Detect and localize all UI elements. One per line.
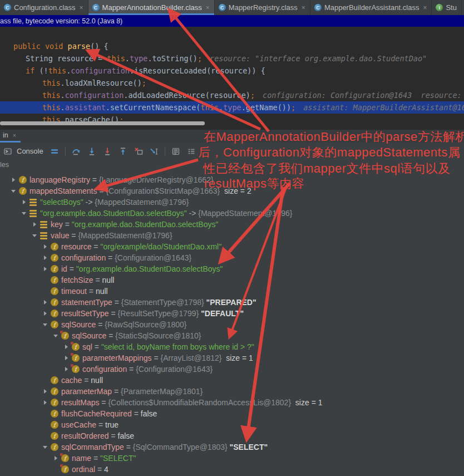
variable-row[interactable]: fresultMaps = {Collections$UnmodifiableR… (0, 397, 464, 408)
variable-text: fetchSize (61, 276, 93, 284)
debug-session-tab-label: in (3, 131, 8, 139)
horizontal-scrollbar[interactable] (0, 121, 205, 125)
code-line: if (!this.configuration.isResourceLoaded… (26, 65, 265, 77)
variable-text: = (95, 465, 104, 474)
editor-tab-stu[interactable]: IStu (432, 0, 462, 15)
variable-text: languageRegistry (29, 175, 90, 184)
variable-row[interactable]: fcache = null (0, 375, 464, 386)
variable-row[interactable]: "selectBoys" -> {MappedStatement@1796} (0, 197, 464, 208)
close-icon[interactable]: × (80, 4, 83, 12)
variable-row[interactable]: key = "org.example.dao.StudentDao.select… (0, 219, 464, 230)
variable-text: = (109, 309, 118, 318)
chevron-right-icon[interactable] (41, 298, 50, 307)
close-icon[interactable]: × (206, 4, 210, 12)
variable-text: null (102, 276, 115, 284)
variable-row[interactable]: fuseCache = true (0, 419, 464, 430)
view-options-icon[interactable] (48, 146, 61, 156)
chevron-right-icon[interactable] (41, 387, 50, 396)
code-token: this (42, 91, 61, 100)
code-line: this.configuration.addLoadedResource(res… (42, 89, 464, 101)
chevron-right-icon[interactable] (62, 354, 71, 362)
chevron-right-icon[interactable] (30, 220, 39, 229)
chevron-right-icon[interactable] (62, 365, 71, 374)
chevron-down-icon[interactable] (41, 320, 50, 329)
variable-text: timeout (61, 287, 87, 296)
chevron-down-icon[interactable] (51, 331, 60, 340)
evaluate-expression-icon[interactable] (170, 146, 182, 156)
chevron-right-icon[interactable] (19, 198, 28, 207)
variable-row[interactable]: ffetchSize = null (0, 274, 464, 286)
expander-placeholder (41, 409, 50, 418)
variable-row[interactable]: value = {MappedStatement@1796} (0, 230, 464, 241)
variable-text: "org/example/dao/StudentDao.xml" (100, 242, 221, 251)
editor-tab-mapperbuilderassistant-class[interactable]: CMapperBuilderAssistant.class× (310, 0, 432, 15)
debug-session-tab[interactable]: in × (0, 130, 21, 143)
variable-row[interactable]: fstatementType = {StatementType@1798} "P… (0, 297, 464, 308)
chevron-right-icon[interactable] (62, 342, 71, 351)
close-icon[interactable]: × (13, 132, 16, 139)
chevron-right-icon[interactable] (9, 175, 18, 184)
variables-tree[interactable]: flanguageRegistry = {LanguageDriverRegis… (0, 174, 464, 475)
variable-row[interactable]: fconfiguration = {Configuration@1643} (0, 252, 464, 263)
variable-text: = (99, 398, 108, 407)
chevron-down-icon[interactable] (9, 187, 18, 195)
run-to-cursor-icon[interactable] (148, 146, 160, 156)
chevron-right-icon[interactable] (41, 264, 50, 273)
variable-row[interactable]: fname = "SELECT" (0, 453, 464, 464)
variable-row[interactable]: fsql = "select id, boyName from boys whe… (0, 341, 464, 352)
variable-row[interactable]: ftimeout = null (0, 286, 464, 297)
variable-text: = (91, 454, 100, 463)
chevron-down-icon[interactable] (19, 209, 28, 218)
console-icon[interactable] (2, 146, 14, 156)
force-step-into-icon[interactable] (101, 146, 113, 156)
variable-row[interactable]: "org.example.dao.StudentDao.selectBoys" … (0, 208, 464, 219)
code-token: this (48, 66, 67, 75)
chevron-right-icon[interactable] (41, 253, 50, 262)
variable-row[interactable]: fsqlSource = {StaticSqlSource@1810} (0, 330, 464, 341)
close-icon[interactable]: × (302, 4, 305, 12)
variable-row[interactable]: fid = "org.example.dao.StudentDao.select… (0, 263, 464, 274)
variable-row[interactable]: fparameterMap = {ParameterMap@1801} (0, 386, 464, 397)
field-icon: f (18, 175, 27, 184)
variable-text: "DEFAULT" (199, 309, 244, 318)
variable-row[interactable]: fflushCacheRequired = false (0, 408, 464, 419)
chevron-right-icon[interactable] (51, 454, 60, 463)
code-token: String resource = (26, 54, 107, 63)
step-out-icon[interactable] (117, 146, 129, 156)
console-tab-label[interactable]: Console (17, 147, 43, 155)
variables-panel-label: les (0, 161, 9, 169)
drop-frame-icon[interactable] (132, 146, 145, 156)
tab-label: Stu (446, 3, 457, 12)
variable-text: name (72, 454, 91, 463)
variable-text: = (124, 443, 133, 452)
variable-row[interactable]: fresultSetType = {ResultSetType@1799} "D… (0, 308, 464, 319)
editor-tab-mapperannotationbuilder-class[interactable]: CMapperAnnotationBuilder.class× (88, 0, 215, 15)
expander-placeholder (51, 465, 60, 474)
code-editor[interactable]: public void parse() {String resource = t… (0, 27, 464, 130)
chevron-down-icon[interactable] (41, 443, 50, 452)
close-icon[interactable]: × (423, 4, 427, 12)
bytecode-banner: ass file, bytecode version: 52.0 (Java 8… (0, 15, 464, 27)
step-over-icon[interactable] (70, 146, 82, 156)
variable-row[interactable]: fparameterMappings = {ArrayList@1812} si… (0, 352, 464, 364)
expander-placeholder (41, 431, 50, 440)
step-into-icon[interactable] (86, 146, 98, 156)
variable-text: {Configuration$StrictMap@1663} (106, 187, 220, 195)
variable-row[interactable]: fsqlSource = {RawSqlSource@1800} (0, 319, 464, 330)
editor-tab-mapperregistry-class[interactable]: CMapperRegistry.class× (215, 0, 310, 15)
chevron-right-icon[interactable] (41, 309, 50, 318)
tab-label: MapperRegistry.class (229, 3, 298, 12)
chevron-down-icon[interactable] (30, 231, 39, 240)
field-icon: f (60, 454, 70, 463)
layout-settings-icon[interactable] (185, 146, 198, 156)
variable-row[interactable]: fconfiguration = {Configuration@1643} (0, 364, 464, 375)
variable-row[interactable]: fresultOrdered = false (0, 430, 464, 441)
variable-row[interactable]: fsqlCommandType = {SqlCommandType@1803} … (0, 441, 464, 453)
expander-placeholder (41, 420, 50, 429)
variable-row[interactable]: fresource = "org/example/dao/StudentDao.… (0, 241, 464, 252)
variable-row[interactable]: fordinal = 4 (0, 464, 464, 475)
code-token: .setCurrentNamespace( (106, 103, 201, 112)
chevron-right-icon[interactable] (41, 242, 50, 251)
editor-tab-configuration-class[interactable]: CConfiguration.class× (0, 0, 88, 15)
chevron-right-icon[interactable] (41, 398, 50, 407)
